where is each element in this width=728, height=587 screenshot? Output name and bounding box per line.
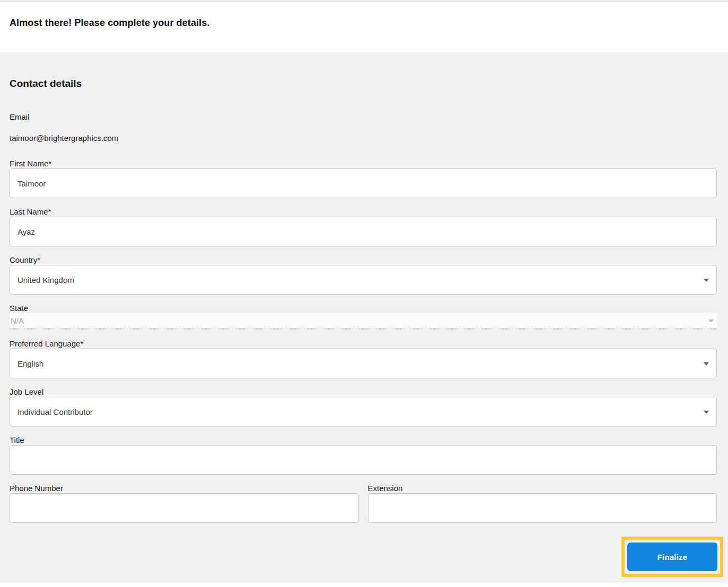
extension-label: Extension: [368, 484, 717, 493]
email-value: taimoor@brightergraphics.com: [10, 134, 717, 143]
extension-input[interactable]: [368, 493, 717, 523]
page-header: Almost there! Please complete your detai…: [0, 2, 728, 52]
last-name-input[interactable]: [10, 217, 717, 246]
country-group: Country* United Kingdom: [10, 255, 717, 295]
phone-extension-row: Phone Number Extension: [10, 484, 717, 523]
job-level-group: Job Level Individual Contributor: [10, 387, 717, 426]
title-input[interactable]: [10, 445, 717, 475]
job-level-selected-value: Individual Contributor: [17, 407, 93, 416]
state-selected-value: N/A: [11, 316, 24, 325]
preferred-language-group: Preferred Language* English: [10, 339, 717, 378]
first-name-label: First Name*: [10, 159, 717, 168]
section-heading: Contact details: [10, 78, 717, 90]
chevron-down-icon: [704, 362, 709, 366]
preferred-language-selected-value: English: [17, 359, 43, 368]
bottom-strip: [0, 583, 728, 587]
phone-group: Phone Number: [10, 484, 359, 523]
job-level-select[interactable]: Individual Contributor: [10, 397, 717, 426]
contact-details-panel: Contact details Email taimoor@brightergr…: [0, 52, 728, 583]
job-level-label: Job Level: [10, 387, 717, 397]
state-group: State N/A: [10, 304, 717, 328]
chevron-down-icon: [708, 319, 714, 323]
state-select-disabled: N/A: [10, 313, 717, 328]
first-name-input[interactable]: [10, 168, 717, 198]
last-name-group: Last Name*: [10, 207, 717, 246]
preferred-language-label: Preferred Language*: [10, 339, 717, 349]
country-select[interactable]: United Kingdom: [10, 265, 717, 295]
title-group: Title: [10, 435, 717, 475]
title-label: Title: [10, 435, 717, 445]
country-selected-value: United Kingdom: [17, 275, 74, 284]
country-label: Country*: [10, 255, 717, 265]
page-title: Almost there! Please complete your detai…: [10, 17, 718, 29]
click-highlight-annotation: Finalize: [621, 537, 723, 577]
finalize-row: Finalize: [10, 537, 717, 577]
extension-group: Extension: [368, 484, 717, 523]
first-name-group: First Name*: [10, 159, 717, 198]
phone-label: Phone Number: [10, 484, 359, 493]
finalize-button[interactable]: Finalize: [627, 542, 717, 571]
chevron-down-icon: [704, 411, 709, 414]
phone-input[interactable]: [10, 493, 359, 523]
state-label: State: [10, 304, 717, 313]
email-label: Email: [10, 112, 717, 122]
chevron-down-icon: [704, 279, 709, 282]
last-name-label: Last Name*: [10, 207, 717, 217]
preferred-language-select[interactable]: English: [10, 349, 717, 378]
